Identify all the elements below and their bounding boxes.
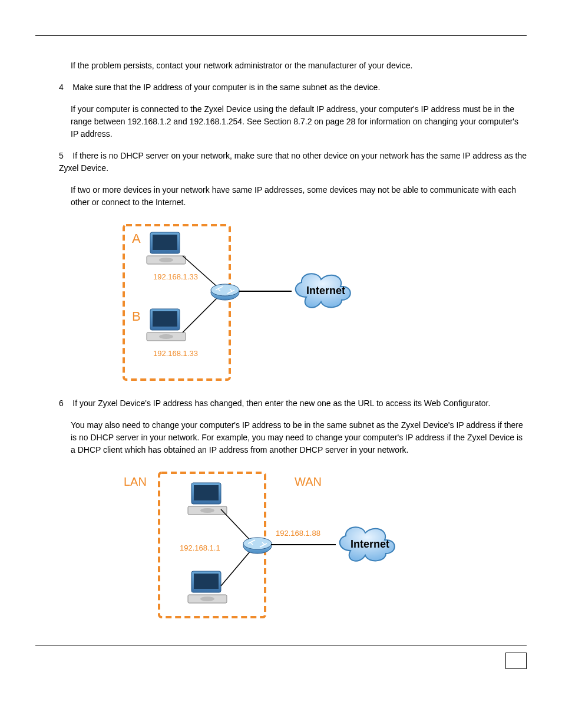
page-number-box bbox=[505, 653, 527, 669]
lan-label: LAN bbox=[124, 475, 147, 488]
svg-point-26 bbox=[243, 538, 272, 549]
wan-label: WAN bbox=[295, 475, 322, 488]
svg-point-8 bbox=[159, 334, 173, 339]
step-number: 6 bbox=[59, 398, 64, 408]
footer-rule bbox=[35, 645, 527, 675]
header-rule bbox=[35, 24, 527, 36]
svg-line-10 bbox=[183, 294, 221, 332]
svg-point-18 bbox=[200, 508, 214, 513]
body-paragraph: If your computer is connected to the Zyx… bbox=[71, 103, 527, 140]
svg-point-4 bbox=[159, 258, 173, 262]
figure-lan-wan: LAN WAN 192.168.1.1 bbox=[118, 468, 527, 621]
ip-label-a: 192.168.1.33 bbox=[153, 272, 198, 281]
step-5: 5 If there is no DHCP server on your net… bbox=[59, 150, 527, 174]
svg-rect-20 bbox=[194, 574, 219, 589]
internet-label: Internet bbox=[306, 285, 345, 297]
svg-point-22 bbox=[200, 597, 214, 601]
svg-line-23 bbox=[221, 509, 253, 543]
figure-ip-conflict: A 192.168.1.33 B 192.168.1.33 bbox=[118, 220, 527, 386]
step-6: 6 If your Zyxel Device's IP address has … bbox=[59, 397, 527, 410]
step-text: Make sure that the IP address of your co… bbox=[72, 83, 380, 92]
step-4: 4 Make sure that the IP address of your … bbox=[59, 81, 527, 94]
router-icon bbox=[211, 284, 239, 300]
diagram-svg: A 192.168.1.33 B 192.168.1.33 bbox=[118, 220, 377, 386]
svg-rect-16 bbox=[194, 485, 219, 500]
diagram-svg: LAN WAN 192.168.1.1 bbox=[118, 468, 424, 621]
computer-icon bbox=[147, 232, 186, 264]
svg-point-12 bbox=[211, 284, 239, 296]
step-text: If there is no DHCP server on your netwo… bbox=[59, 151, 527, 173]
cloud-icon: Internet bbox=[340, 527, 395, 561]
label-a: A bbox=[132, 231, 141, 246]
internet-label: Internet bbox=[351, 538, 389, 550]
computer-icon bbox=[188, 571, 227, 603]
svg-rect-2 bbox=[153, 235, 177, 250]
svg-rect-6 bbox=[153, 311, 177, 327]
svg-line-24 bbox=[221, 548, 253, 586]
step-text: If your Zyxel Device's IP address has ch… bbox=[72, 398, 490, 408]
cloud-icon: Internet bbox=[296, 274, 351, 307]
computer-icon bbox=[147, 309, 186, 341]
body-paragraph: You may also need to change your compute… bbox=[71, 419, 527, 456]
body-paragraph: If two or more devices in your network h… bbox=[71, 184, 527, 209]
lan-ip-label: 192.168.1.1 bbox=[180, 543, 220, 552]
step-number: 5 bbox=[59, 151, 64, 160]
step-number: 4 bbox=[59, 83, 64, 92]
label-b: B bbox=[132, 309, 141, 324]
ip-label-b: 192.168.1.33 bbox=[153, 349, 198, 358]
wan-ip-label: 192.168.1.88 bbox=[276, 529, 320, 538]
body-paragraph: If the problem persists, contact your ne… bbox=[71, 60, 527, 72]
router-icon bbox=[243, 538, 272, 554]
